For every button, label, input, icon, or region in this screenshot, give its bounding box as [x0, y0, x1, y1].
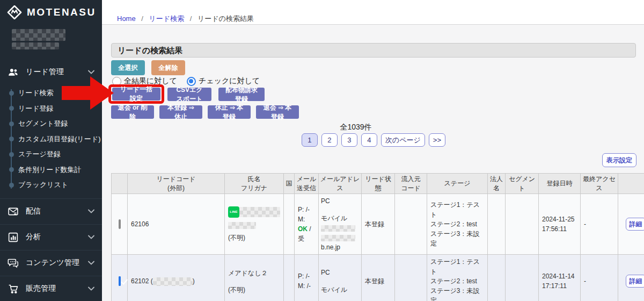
cell-inflow-code: [395, 194, 427, 255]
breadcrumb: Home / リード検索 / リードの検索結果: [117, 14, 254, 24]
distribution-request-button[interactable]: 配布物請求登録: [218, 88, 265, 101]
sidebar-nav: リード管理 リード検索 リード登録 セグメント登録 カスタム項目登録(リード) …: [0, 61, 102, 301]
sidebar-group-sales-management[interactable]: 販売管理: [0, 276, 102, 301]
pause-to-register-button[interactable]: 休止 ⇒ 本登録: [208, 105, 251, 119]
bullet-dot-icon: [9, 152, 14, 157]
user-area: [0, 25, 102, 54]
sidebar-item-blacklist[interactable]: ブラックリスト: [0, 177, 102, 193]
row-checkbox[interactable]: [119, 276, 121, 286]
sidebar-group-analysis[interactable]: 分析: [0, 224, 102, 250]
register-to-pause-button[interactable]: 本登録 ⇒ 休止: [159, 105, 202, 119]
cell-email: PC モバイル: [319, 255, 362, 301]
name-unknown: (不明): [228, 285, 280, 295]
page-button-3[interactable]: 3: [341, 133, 357, 147]
table-header-row: リードコード (外部) 氏名 フリガナ 国 メール 送受信 メールアドレス リー…: [112, 174, 644, 194]
sidebar-group-delivery[interactable]: 配信: [0, 198, 102, 224]
cart-icon: [8, 283, 19, 295]
header-registered-at: 登録日時: [539, 174, 581, 194]
header-segment: セグメント: [506, 174, 539, 194]
line-icon: LINE: [228, 206, 239, 218]
sidebar-item-custom-field-register[interactable]: カスタム項目登録(リード): [0, 132, 102, 147]
cell-last-access: -: [581, 194, 618, 255]
sidebar-subnav: リード検索 リード登録 セグメント登録 カスタム項目登録(リード) ステージ登録…: [0, 83, 102, 198]
sidebar-item-lead-search[interactable]: リード検索: [0, 85, 102, 101]
header-checkbox: [112, 174, 128, 194]
page-button-1[interactable]: 1: [302, 133, 318, 147]
main-content: リードの検索結果 全選択 全解除 全結果に対して チェックに対して リード一括設…: [102, 25, 644, 301]
detail-button[interactable]: 詳細: [626, 275, 644, 288]
radio-checked-items[interactable]: [187, 77, 196, 86]
header-mail-sendreceive: メール 送受信: [295, 174, 319, 194]
sidebar-item-lead-register[interactable]: リード登録: [0, 101, 102, 117]
header-last-access: 最終アクセス: [581, 174, 618, 194]
csv-export-button[interactable]: CSVエクスポート: [167, 88, 211, 101]
page-button-2[interactable]: 2: [321, 133, 338, 147]
page-button-4[interactable]: 4: [361, 133, 377, 147]
last-page-button[interactable]: >>: [429, 133, 445, 147]
breadcrumb-separator: /: [141, 15, 143, 23]
redacted-email: [321, 225, 355, 232]
redacted-external-code: [153, 277, 193, 286]
sidebar-item-stage-register[interactable]: ステージ登録: [0, 147, 102, 162]
results-table-container: リードコード (外部) 氏名 フリガナ 国 メール 送受信 メールアドレス リー…: [111, 173, 644, 301]
detail-button[interactable]: 詳細: [626, 218, 644, 231]
sidebar-item-label: カスタム項目登録(リード): [18, 134, 101, 144]
sidebar-group-label: 販売管理: [26, 284, 88, 293]
bulk-lead-settings-button[interactable]: リード一括設定: [112, 88, 160, 101]
redacted-kana: [228, 222, 256, 229]
cell-registered-at: 2024-11-25 17:56:11: [539, 194, 581, 255]
deselect-all-button[interactable]: 全解除: [151, 60, 185, 75]
brand-name: MOTENASU: [27, 6, 96, 18]
sidebar-item-lead-count-by-condition[interactable]: 条件別リード数集計: [0, 162, 102, 178]
bullet-dot-icon: [9, 183, 14, 188]
redacted-name: [239, 207, 280, 217]
mail-icon: [8, 206, 19, 217]
cell-mail-sendreceive: P: /- M: OK / 受: [295, 194, 319, 255]
cell-lead-code: 62106: [128, 194, 225, 255]
display-settings-button[interactable]: 表示設定: [602, 153, 636, 167]
table-row: 62106 LINE (不明) P: /- M: OK / 受: [112, 194, 644, 255]
sidebar-group-label: コンテンツ管理: [26, 258, 88, 268]
breadcrumb-lead-search-link[interactable]: リード検索: [149, 15, 185, 23]
chevron-down-icon: [88, 209, 94, 213]
bullet-dot-icon: [9, 106, 14, 111]
breadcrumb-separator: /: [190, 15, 192, 23]
withdraw-to-register-button[interactable]: 退会 ⇒ 本登録: [256, 105, 299, 119]
redacted-email: [321, 235, 355, 241]
row-checkbox[interactable]: [119, 219, 121, 229]
cell-corporate-name: [488, 255, 506, 301]
header-lead-code: リードコード (外部): [128, 174, 225, 194]
sidebar-item-label: ステージ登録: [18, 149, 61, 159]
table-row: 62102 () メアドなし２ (不明) P: /- M: /- PC: [112, 255, 644, 301]
sidebar-group-label: リード管理: [26, 67, 88, 77]
withdraw-or-delete-button[interactable]: 退会 or 削除: [111, 105, 154, 119]
sidebar-group-lead-management[interactable]: リード管理: [0, 61, 102, 83]
chevron-down-icon: [88, 70, 94, 74]
header-inflow-code: 流入元 コード: [395, 174, 427, 194]
breadcrumb-home-link[interactable]: Home: [117, 15, 136, 23]
brand: MOTENASU: [0, 0, 102, 25]
redacted-user-name: [12, 29, 65, 41]
results-table: リードコード (外部) 氏名 フリガナ 国 メール 送受信 メールアドレス リー…: [111, 173, 644, 301]
header-detail: [618, 174, 644, 194]
header-name: 氏名 フリガナ: [225, 174, 284, 194]
cell-lead-code: 62102 (): [128, 255, 225, 301]
sidebar-item-label: リード登録: [18, 104, 54, 113]
sidebar-item-segment-register[interactable]: セグメント登録: [0, 116, 102, 132]
page-title: リードの検索結果: [111, 43, 636, 58]
cell-segment: [506, 194, 539, 255]
cell-inflow-code: [395, 255, 427, 301]
header-stage: ステージ: [427, 174, 488, 194]
select-all-button[interactable]: 全選択: [111, 60, 145, 75]
cell-lead-state: 本登録: [362, 255, 395, 301]
header-corporate-name: 法人名: [488, 174, 506, 194]
header-country: 国: [284, 174, 295, 194]
cell-last-access: -: [581, 255, 618, 301]
cell-lead-state: 本登録: [362, 194, 395, 255]
sidebar-item-label: セグメント登録: [18, 119, 68, 128]
sidebar-group-content-management[interactable]: コンテンツ管理: [0, 250, 102, 276]
radio-checked-items-label[interactable]: チェックに対して: [199, 76, 260, 86]
red-highlight-box: リード一括設定: [108, 84, 164, 104]
next-page-button[interactable]: 次のページ: [381, 133, 425, 147]
cell-stage: ステージ1：テスト ステージ2：test ステージ3：未設定: [427, 255, 488, 301]
